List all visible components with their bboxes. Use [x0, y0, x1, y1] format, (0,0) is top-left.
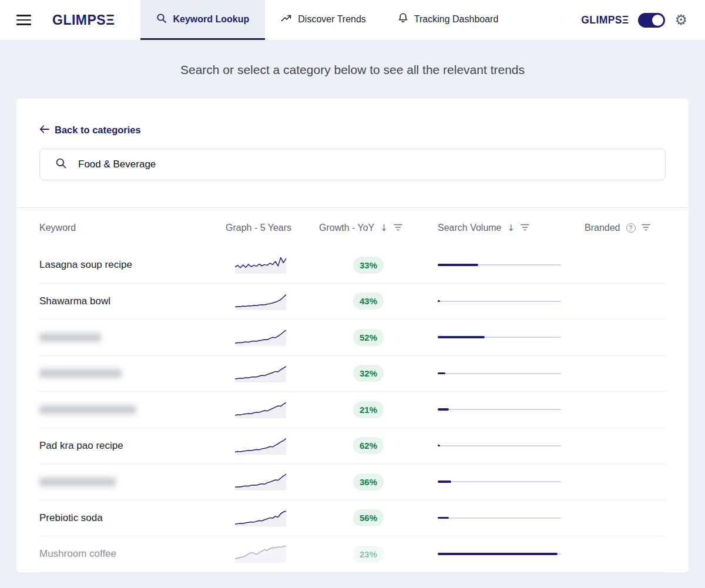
bell-icon	[398, 12, 408, 26]
glimpse-toggle[interactable]	[638, 13, 665, 28]
filter-icon[interactable]	[521, 223, 529, 233]
blurred-keyword	[39, 405, 136, 414]
keyword-label: Shawarma bowl	[39, 295, 110, 307]
table-row[interactable]: Pad kra pao recipe62%	[39, 428, 666, 465]
tab-tracking-dashboard[interactable]: Tracking Dashboard	[382, 0, 514, 40]
glimpse-logo-small: GLIMPSΞ	[581, 14, 629, 26]
table-row[interactable]: Lasagna soup recipe33%	[39, 247, 666, 284]
search-volume-bar	[438, 372, 561, 375]
back-to-categories-link[interactable]: Back to categories	[39, 125, 141, 136]
table-row[interactable]: 32%	[39, 356, 666, 392]
column-header-volume: Search Volume ↓	[438, 223, 585, 233]
volume-cell	[438, 481, 585, 483]
volume-fill	[438, 408, 449, 410]
toggle-knob	[652, 15, 663, 26]
back-label: Back to categories	[55, 125, 141, 136]
growth-badge: 62%	[353, 437, 384, 454]
tab-discover-trends[interactable]: Discover Trends	[265, 0, 382, 40]
growth-cell: 52%	[319, 329, 438, 346]
search-area: Back to categories	[16, 99, 689, 180]
keyword-label: Prebiotic soda	[39, 512, 103, 523]
keyword-label: Lasagna soup recipe	[39, 259, 132, 270]
filter-icon[interactable]	[394, 223, 402, 233]
help-icon[interactable]: ?	[626, 223, 636, 233]
growth-badge: 56%	[353, 509, 384, 526]
graph-cell	[226, 327, 319, 348]
growth-badge: 21%	[353, 401, 384, 418]
volume-cell	[438, 445, 585, 447]
graph-cell	[226, 291, 319, 312]
header-label: Branded	[585, 223, 620, 233]
graph-cell	[226, 471, 319, 492]
graph-cell	[226, 435, 319, 456]
sparkline-chart	[233, 471, 288, 492]
sparkline-chart	[233, 363, 288, 384]
table-row[interactable]: Shawarma bowl43%	[39, 284, 666, 320]
volume-track	[438, 409, 561, 410]
sparkline-chart	[233, 254, 288, 275]
search-volume-bar	[438, 336, 561, 338]
keyword-cell	[39, 333, 226, 342]
volume-fill	[438, 372, 445, 374]
table-row[interactable]: 36%	[39, 464, 666, 500]
growth-badge: 43%	[353, 293, 384, 310]
keyword-label: Mushroom coffee	[39, 548, 116, 559]
tab-keyword-lookup[interactable]: Keyword Lookup	[140, 0, 265, 40]
search-volume-bar	[438, 408, 561, 411]
hero-section: Search or select a category below to see…	[0, 41, 705, 99]
search-volume-bar	[438, 445, 561, 447]
category-search-input[interactable]	[77, 158, 653, 171]
tab-label: Keyword Lookup	[173, 14, 249, 25]
header-label: Growth - YoY	[319, 223, 374, 233]
header-label: Keyword	[39, 223, 76, 233]
top-navigation: GLIMPSΞ Keyword Lookup Dis	[0, 0, 705, 41]
table-body: Lasagna soup recipe33%Shawarma bowl43%52…	[39, 247, 666, 573]
sparkline-chart	[233, 291, 288, 312]
table-row[interactable]: Mushroom coffee23%	[39, 536, 666, 573]
growth-cell: 62%	[319, 437, 438, 454]
sparkline-chart	[233, 543, 288, 565]
graph-cell	[226, 508, 319, 529]
growth-badge: 33%	[353, 257, 384, 274]
results-panel: Back to categories Keyword Graph - 5 Yea…	[16, 99, 689, 573]
table-row[interactable]: 52%	[39, 320, 666, 356]
column-header-growth: Growth - YoY ↓	[319, 223, 438, 233]
keyword-cell: Lasagna soup recipe	[39, 259, 226, 271]
column-header-graph: Graph - 5 Years	[226, 223, 319, 233]
glimpse-logo[interactable]: GLIMPSΞ	[52, 12, 115, 28]
volume-track	[438, 445, 561, 446]
growth-cell: 56%	[319, 509, 438, 526]
trending-up-icon	[281, 14, 292, 25]
gear-icon[interactable]: ⚙	[674, 13, 687, 27]
volume-cell	[438, 517, 585, 519]
volume-track	[438, 301, 561, 302]
keyword-cell	[39, 478, 226, 486]
growth-cell: 33%	[319, 257, 438, 274]
column-header-keyword: Keyword	[39, 223, 226, 233]
graph-cell	[226, 543, 319, 565]
graph-cell	[226, 399, 319, 420]
volume-cell	[438, 408, 585, 411]
volume-fill	[438, 336, 485, 338]
volume-cell	[438, 372, 585, 375]
blurred-keyword	[39, 333, 101, 342]
hamburger-menu-icon[interactable]	[16, 15, 31, 25]
sort-descending-icon[interactable]: ↓	[508, 223, 515, 233]
keyword-cell: Prebiotic soda	[39, 512, 226, 524]
sparkline-chart	[233, 435, 288, 456]
sparkline-chart	[233, 399, 288, 420]
filter-icon[interactable]	[642, 223, 650, 233]
volume-fill	[438, 481, 451, 482]
search-volume-bar	[438, 264, 561, 266]
table-row[interactable]: 21%	[39, 392, 666, 428]
blurred-keyword	[39, 369, 122, 378]
table-row[interactable]: Prebiotic soda56%	[39, 500, 666, 537]
sort-descending-icon[interactable]: ↓	[380, 223, 388, 233]
growth-cell: 23%	[319, 546, 438, 563]
keyword-cell: Pad kra pao recipe	[39, 440, 226, 452]
keyword-cell	[39, 369, 226, 378]
volume-track	[438, 518, 561, 519]
search-icon	[156, 13, 167, 26]
growth-badge: 23%	[353, 546, 384, 563]
growth-cell: 43%	[319, 293, 438, 310]
